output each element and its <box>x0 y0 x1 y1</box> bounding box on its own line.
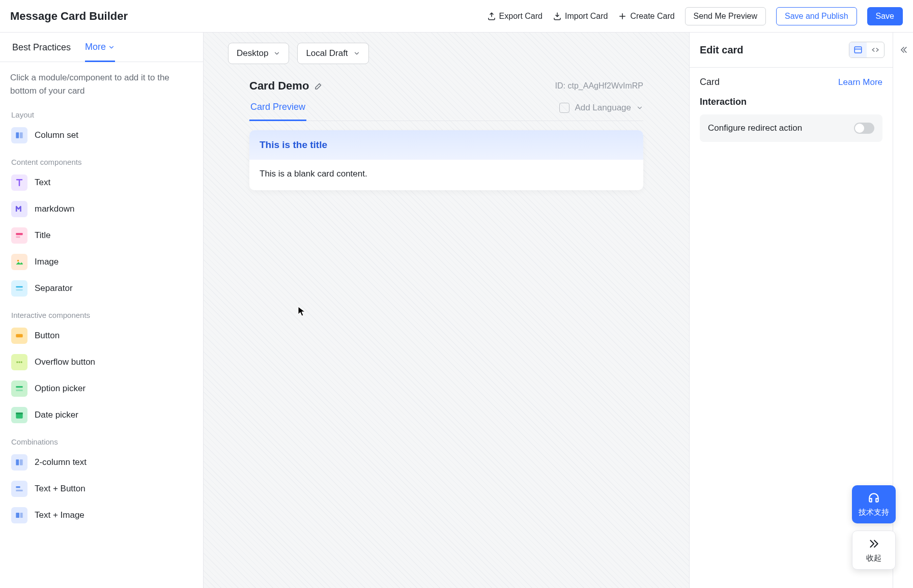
component-text-plus-image[interactable]: Text + Image <box>0 502 203 528</box>
collapse-panel-button[interactable] <box>893 33 913 588</box>
draft-label: Local Draft <box>306 48 348 58</box>
text-button-icon <box>11 481 27 497</box>
export-card-button[interactable]: Export Card <box>487 12 543 21</box>
float-stack: 技术支持 收起 <box>852 485 896 570</box>
configure-redirect-label: Configure redirect action <box>708 123 802 133</box>
import-card-button[interactable]: Import Card <box>553 12 608 21</box>
collapse-float-button[interactable]: 收起 <box>852 531 896 570</box>
svg-rect-3 <box>16 237 20 238</box>
component-label: Text + Button <box>35 484 85 494</box>
component-label: Text + Image <box>35 510 84 520</box>
component-label: markdown <box>35 204 74 214</box>
card-id-label: ID: <box>555 81 565 90</box>
component-label: 2-column text <box>35 457 87 467</box>
topbar-actions: Export Card Import Card Create Card Send… <box>487 7 903 25</box>
configure-redirect-row: Configure redirect action <box>700 114 882 142</box>
card-tabs-row: Card Preview Add Language <box>249 102 643 121</box>
tab-more-label: More <box>85 42 106 52</box>
device-label: Desktop <box>237 48 268 58</box>
component-label: Image <box>35 257 59 267</box>
tab-best-practices[interactable]: Best Practices <box>12 42 71 62</box>
component-title[interactable]: Title <box>0 222 203 249</box>
export-icon <box>487 12 496 21</box>
card-header-row: Card Demo ID: ctp_AAgHf2WvImRP <box>249 79 643 93</box>
import-label: Import Card <box>565 12 608 21</box>
component-overflow-button[interactable]: Overflow button <box>0 349 203 375</box>
checkbox-icon <box>559 103 569 113</box>
save-publish-button[interactable]: Save and Publish <box>776 7 857 25</box>
section-content: Content components <box>0 149 203 169</box>
card-id: ID: ctp_AAgHf2WvImRP <box>555 81 643 91</box>
tab-more[interactable]: More <box>85 42 115 62</box>
section-combinations: Combinations <box>0 428 203 449</box>
export-label: Export Card <box>499 12 543 21</box>
component-image[interactable]: Image <box>0 249 203 275</box>
svg-rect-6 <box>16 289 22 291</box>
interaction-heading: Interaction <box>700 97 882 107</box>
view-switch <box>849 42 885 58</box>
configure-redirect-toggle[interactable] <box>854 123 874 134</box>
card-preview-tab[interactable]: Card Preview <box>249 102 306 121</box>
card-id-value: ctp_AAgHf2WvImRP <box>568 81 643 90</box>
add-language-button[interactable]: Add Language <box>559 103 643 120</box>
headset-icon <box>867 491 880 505</box>
date-picker-icon <box>11 407 27 423</box>
create-label: Create Card <box>630 12 674 21</box>
chevron-down-icon <box>353 50 360 57</box>
component-option-picker[interactable]: Option picker <box>0 375 203 402</box>
component-separator[interactable]: Separator <box>0 275 203 302</box>
svg-point-10 <box>21 361 22 363</box>
draft-select[interactable]: Local Draft <box>297 43 368 64</box>
chevron-down-icon <box>273 50 280 57</box>
collapse-float-label: 收起 <box>866 553 881 563</box>
chevron-double-right-icon <box>867 537 880 550</box>
form-view-button[interactable] <box>849 42 867 57</box>
svg-rect-12 <box>16 390 22 391</box>
section-interactive: Interactive components <box>0 302 203 322</box>
svg-rect-19 <box>16 513 19 518</box>
component-markdown[interactable]: markdown <box>0 196 203 222</box>
component-text[interactable]: Text <box>0 169 203 196</box>
svg-rect-5 <box>16 286 22 288</box>
svg-point-4 <box>17 260 19 261</box>
overflow-icon <box>11 354 27 370</box>
send-preview-button[interactable]: Send Me Preview <box>685 7 766 25</box>
topbar: Message Card Builder Export Card Import … <box>0 0 913 33</box>
title-icon <box>11 227 27 244</box>
column-set-icon <box>11 127 27 143</box>
component-column-set[interactable]: Column set <box>0 122 203 149</box>
component-date-picker[interactable]: Date picker <box>0 402 203 428</box>
learn-more-link[interactable]: Learn More <box>838 77 882 87</box>
canvas: Desktop Local Draft Card Demo <box>204 33 689 588</box>
card-preview-body: This is a blank card content. <box>249 160 643 190</box>
tech-support-label: 技术支持 <box>859 508 889 517</box>
add-language-label: Add Language <box>575 103 631 113</box>
component-label: Title <box>35 230 51 241</box>
device-select[interactable]: Desktop <box>228 43 289 64</box>
card-name: Card Demo <box>249 79 323 93</box>
tech-support-button[interactable]: 技术支持 <box>852 485 896 523</box>
chevron-down-icon <box>636 104 643 111</box>
component-button[interactable]: Button <box>0 322 203 349</box>
component-label: Text <box>35 178 50 188</box>
save-button[interactable]: Save <box>867 7 903 25</box>
svg-rect-16 <box>20 459 23 465</box>
code-view-button[interactable] <box>867 42 884 57</box>
panel-title: Edit card <box>700 44 744 56</box>
section-layout: Layout <box>0 101 203 122</box>
svg-rect-14 <box>16 413 22 414</box>
svg-rect-2 <box>16 233 22 235</box>
svg-rect-18 <box>16 490 22 491</box>
svg-point-8 <box>16 361 18 363</box>
sidebar-tabs: Best Practices More <box>0 33 203 62</box>
component-text-plus-button[interactable]: Text + Button <box>0 476 203 502</box>
edit-icon[interactable] <box>314 81 323 91</box>
component-label: Overflow button <box>35 357 95 367</box>
create-card-button[interactable]: Create Card <box>618 12 674 21</box>
two-column-icon <box>11 454 27 471</box>
component-2-column-text[interactable]: 2-column text <box>0 449 203 476</box>
panel-header: Edit card <box>690 33 893 68</box>
component-label: Button <box>35 331 60 341</box>
card-preview[interactable]: This is the title This is a blank card c… <box>249 130 643 190</box>
sidebar-hint: Click a module/component to add it to th… <box>0 62 203 101</box>
